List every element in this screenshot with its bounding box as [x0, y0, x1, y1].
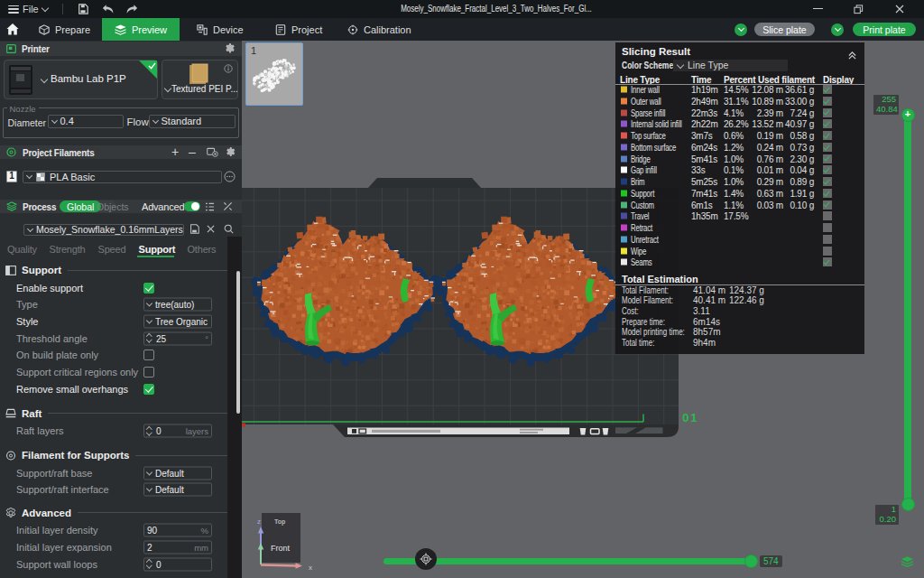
param-label: Support/raft base	[16, 468, 92, 479]
total-row: Cost:3.11	[615, 305, 864, 316]
support-critical-regions-only-checkbox[interactable]	[143, 367, 154, 378]
plate-thumbnail[interactable]: 1	[245, 42, 303, 106]
line-type-row: Outer wall2h49m31.1%10.89 m33.00 g	[615, 95, 864, 107]
display-checkbox[interactable]	[823, 97, 832, 106]
panel-scrollbar-track[interactable]	[227, 237, 242, 578]
undo-button[interactable]	[101, 4, 115, 14]
support-wall-loops-spinner[interactable]: 0	[143, 557, 212, 571]
filament-settings-gear-icon[interactable]	[226, 147, 236, 158]
display-checkbox[interactable]	[823, 85, 832, 94]
print-plate-button[interactable]: Print plate	[853, 23, 916, 36]
printer-settings-gear-icon[interactable]	[225, 43, 236, 54]
process-preset-select[interactable]: Mosely_Snowflake_0.16mmLayers	[23, 224, 184, 236]
process-tab-others[interactable]: Others	[188, 244, 217, 255]
viewport-3d[interactable]: 1 01 Slicing Result Color Scheme Line Ty…	[242, 41, 924, 578]
line-type-time: 22m3s	[691, 107, 717, 117]
redo-button[interactable]	[125, 4, 139, 14]
tab-device[interactable]: Device	[192, 18, 246, 41]
display-checkbox[interactable]	[823, 177, 832, 186]
display-checkbox[interactable]	[823, 247, 832, 256]
add-filament-button[interactable]: +	[171, 144, 179, 159]
delete-preset-icon[interactable]	[207, 225, 215, 233]
axes-gizmo[interactable]: Top Front z x	[254, 508, 318, 577]
line-type-used-g: 0.58 g	[790, 131, 814, 141]
plate-info-icon[interactable]	[224, 64, 233, 73]
layer-slider-top-handle[interactable]: +	[901, 108, 915, 122]
process-tab-support[interactable]: Support	[139, 244, 176, 255]
tab-calibration[interactable]: Calibration	[343, 18, 411, 41]
line-type-row: Retract	[615, 222, 864, 234]
slice-plate-dropdown[interactable]	[735, 23, 747, 36]
advanced-toggle[interactable]	[184, 201, 200, 211]
save-preset-icon[interactable]	[189, 224, 199, 234]
file-menu-chevron-icon[interactable]	[42, 5, 49, 12]
layer-slider-track[interactable]	[904, 117, 911, 504]
display-checkbox[interactable]	[823, 119, 832, 128]
collapse-panel-icon[interactable]	[847, 47, 857, 63]
enable-support-checkbox[interactable]	[143, 283, 154, 294]
filament-slot-number[interactable]: 1	[6, 171, 17, 182]
display-checkbox[interactable]	[823, 189, 832, 198]
layer-slider-bottom-handle[interactable]	[901, 498, 915, 511]
display-checkbox[interactable]	[823, 235, 832, 244]
restore-button[interactable]	[854, 5, 864, 14]
raft-layers-spinner[interactable]: 0layers	[143, 424, 212, 438]
support-raft-interface-select[interactable]: Default	[143, 483, 212, 497]
panel-scrollbar-thumb[interactable]	[236, 271, 240, 414]
display-checkbox[interactable]	[823, 257, 832, 266]
minimize-button[interactable]	[813, 8, 823, 9]
param-row-support-raft-base: Support/raft baseDefault	[0, 464, 227, 481]
support-raft-base-select[interactable]: Default	[143, 466, 212, 480]
search-preset-icon[interactable]	[224, 224, 234, 234]
process-objects-tab[interactable]: Objects	[89, 200, 136, 212]
display-checkbox[interactable]	[823, 131, 832, 140]
nozzle-diameter-select[interactable]: 0.4	[48, 115, 124, 128]
display-checkbox[interactable]	[823, 154, 832, 163]
initial-layer-density-input[interactable]: 90%	[143, 524, 212, 537]
print-plate-dropdown[interactable]	[831, 23, 844, 36]
home-button[interactable]	[6, 23, 19, 35]
plate-type-card[interactable]: Textured PEI P...	[162, 60, 238, 99]
printer-card[interactable]: Bambu Lab P1P	[4, 60, 158, 99]
display-checkbox[interactable]	[823, 143, 832, 152]
close-button[interactable]	[895, 5, 904, 14]
move-slider-handle[interactable]	[744, 555, 758, 568]
filament-select[interactable]: PLA Basic	[23, 171, 222, 183]
tab-prepare[interactable]: Prepare	[34, 18, 94, 41]
layers-icon[interactable]	[901, 555, 913, 571]
process-tab-strength[interactable]: Strength	[50, 244, 86, 255]
display-checkbox[interactable]	[823, 211, 832, 220]
process-tab-speed[interactable]: Speed	[98, 244, 126, 255]
display-checkbox[interactable]	[823, 165, 832, 174]
remove-small-overhangs-checkbox[interactable]	[143, 384, 154, 395]
menu-icon[interactable]	[8, 5, 19, 14]
file-menu[interactable]: File	[23, 4, 39, 14]
line-type-used-g: 33.00 g	[785, 96, 814, 106]
threshold-angle-spinner[interactable]: 25°	[143, 331, 212, 345]
total-v1: 40.41 m	[693, 295, 725, 305]
total-label: Model Filament:	[622, 295, 673, 305]
initial-layer-expansion-input[interactable]: 2mm	[143, 540, 212, 554]
type-select[interactable]: tree(auto)	[143, 298, 212, 312]
orient-view-button[interactable]	[415, 548, 437, 570]
compare-preset-icon[interactable]	[223, 201, 233, 211]
move-slider-track[interactable]	[383, 558, 753, 564]
nozzle-flow-select[interactable]: Standard	[149, 115, 236, 128]
display-checkbox[interactable]	[823, 108, 832, 117]
remove-filament-button[interactable]: –	[189, 144, 196, 159]
style-select[interactable]: Tree Organic	[143, 315, 212, 329]
param-list-icon[interactable]	[205, 202, 215, 211]
process-tab-quality[interactable]: Quality	[7, 244, 37, 255]
sync-filament-icon[interactable]	[207, 147, 218, 157]
on-build-plate-only-checkbox[interactable]	[143, 350, 154, 360]
line-type-row: Internal solid infill2h22m26.2%13.52 m40…	[615, 118, 864, 130]
display-checkbox[interactable]	[823, 223, 832, 232]
save-button[interactable]	[78, 4, 88, 14]
tab-project[interactable]: Project	[271, 18, 327, 41]
filament-more-button[interactable]	[224, 171, 236, 182]
tab-preview[interactable]: Preview	[102, 18, 180, 41]
color-scheme-select[interactable]: Line Type	[673, 60, 788, 71]
slice-plate-button[interactable]: Slice plate	[754, 23, 815, 36]
display-checkbox[interactable]	[823, 200, 832, 210]
group-header-filament-for-supports: Filament for Supports	[5, 450, 227, 461]
